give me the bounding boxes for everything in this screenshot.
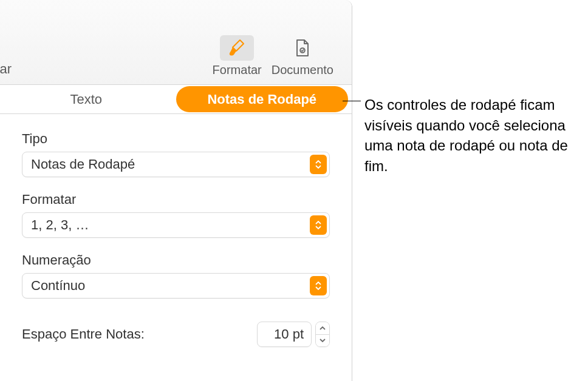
numbering-select[interactable]: Contínuo [22, 273, 330, 298]
type-value: Notas de Rodapé [31, 157, 135, 172]
panel-content: Tipo Notas de Rodapé Formatar 1, 2, 3, …… [0, 114, 352, 364]
spacing-label: Espaço Entre Notas: [22, 326, 145, 342]
numbering-value: Contínuo [31, 278, 85, 294]
format-select[interactable]: 1, 2, 3, … [22, 212, 330, 238]
type-label: Tipo [22, 131, 330, 147]
document-button[interactable]: Documento [272, 35, 333, 77]
inspector-panel: orar Formatar [0, 0, 352, 381]
callout-text: Os controles de rodapé ficam visíveis qu… [364, 95, 577, 176]
chevron-up-down-icon [310, 276, 327, 295]
field-format: Formatar 1, 2, 3, … [22, 192, 330, 238]
type-select[interactable]: Notas de Rodapé [22, 152, 330, 177]
field-type: Tipo Notas de Rodapé [22, 131, 330, 177]
spacing-value-input[interactable]: 10 pt [257, 322, 312, 347]
chevron-up-icon [320, 326, 326, 330]
chevron-down-icon [320, 339, 326, 342]
document-icon-wrap [285, 35, 320, 61]
toolbar-left-partial: orar [0, 61, 12, 77]
field-numbering: Numeração Contínuo [22, 252, 330, 298]
format-label: Formatar [22, 192, 330, 207]
callout-connector [343, 101, 361, 101]
stepper-down-button[interactable] [316, 335, 329, 347]
toolbar-right-group: Formatar Documento [213, 35, 333, 77]
chevron-up-down-icon [310, 215, 327, 235]
tabs-row: Texto Notas de Rodapé [0, 85, 352, 114]
tab-text[interactable]: Texto [0, 85, 173, 113]
numbering-label: Numeração [22, 252, 330, 268]
format-icon-wrap [220, 35, 254, 61]
tab-footnotes[interactable]: Notas de Rodapé [176, 86, 349, 112]
field-spacing: Espaço Entre Notas: 10 pt [22, 322, 330, 347]
document-icon [295, 39, 310, 57]
format-value: 1, 2, 3, … [31, 217, 89, 233]
chevron-up-down-icon [310, 155, 327, 174]
format-button[interactable]: Formatar [213, 35, 262, 77]
format-label: Formatar [213, 63, 262, 77]
paintbrush-icon [228, 39, 246, 57]
stepper-up-button[interactable] [316, 322, 329, 335]
spacing-stepper: 10 pt [257, 322, 330, 347]
document-label: Documento [272, 63, 333, 77]
toolbar: orar Formatar [0, 0, 352, 85]
stepper-controls [315, 322, 330, 347]
